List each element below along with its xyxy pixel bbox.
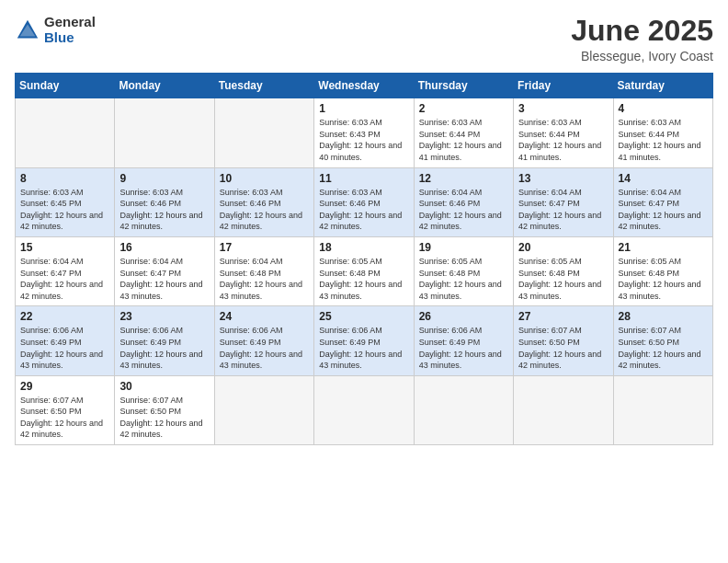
calendar-day-cell: 20 Sunrise: 6:05 AMSunset: 6:48 PMDaylig… bbox=[514, 236, 613, 305]
day-number: 29 bbox=[20, 380, 109, 393]
day-info: Sunrise: 6:07 AMSunset: 6:50 PMDaylight:… bbox=[20, 396, 103, 440]
calendar-day-cell bbox=[214, 375, 313, 444]
day-info: Sunrise: 6:03 AMSunset: 6:44 PMDaylight:… bbox=[518, 118, 601, 162]
day-info: Sunrise: 6:04 AMSunset: 6:47 PMDaylight:… bbox=[518, 188, 601, 232]
day-info: Sunrise: 6:06 AMSunset: 6:49 PMDaylight:… bbox=[319, 326, 402, 370]
day-info: Sunrise: 6:04 AMSunset: 6:47 PMDaylight:… bbox=[20, 257, 103, 301]
day-number: 28 bbox=[619, 310, 708, 323]
day-info: Sunrise: 6:04 AMSunset: 6:47 PMDaylight:… bbox=[619, 188, 701, 232]
logo-icon bbox=[15, 17, 40, 43]
day-info: Sunrise: 6:06 AMSunset: 6:49 PMDaylight:… bbox=[119, 326, 202, 370]
day-number: 30 bbox=[119, 380, 209, 393]
calendar-day-cell: 17 Sunrise: 6:04 AMSunset: 6:48 PMDaylig… bbox=[214, 236, 313, 305]
day-info: Sunrise: 6:04 AMSunset: 6:48 PMDaylight:… bbox=[220, 257, 302, 301]
calendar-day-cell: 2 Sunrise: 6:03 AMSunset: 6:44 PMDayligh… bbox=[414, 98, 513, 167]
day-number: 15 bbox=[20, 241, 109, 254]
title-area: June 2025 Blessegue, Ivory Coast bbox=[571, 15, 713, 63]
empty-cell bbox=[214, 98, 313, 167]
day-number: 18 bbox=[319, 241, 408, 254]
day-number: 23 bbox=[119, 310, 209, 323]
calendar-day-cell: 10 Sunrise: 6:03 AMSunset: 6:46 PMDaylig… bbox=[214, 167, 313, 236]
calendar-day-cell: 28 Sunrise: 6:07 AMSunset: 6:50 PMDaylig… bbox=[613, 306, 712, 375]
location-title: Blessegue, Ivory Coast bbox=[571, 49, 713, 63]
calendar-day-cell: 3 Sunrise: 6:03 AMSunset: 6:44 PMDayligh… bbox=[514, 98, 613, 167]
calendar-day-cell: 16 Sunrise: 6:04 AMSunset: 6:47 PMDaylig… bbox=[115, 236, 214, 305]
day-info: Sunrise: 6:03 AMSunset: 6:45 PMDaylight:… bbox=[20, 188, 103, 232]
day-info: Sunrise: 6:03 AMSunset: 6:46 PMDaylight:… bbox=[119, 188, 202, 232]
calendar-day-cell: 13 Sunrise: 6:04 AMSunset: 6:47 PMDaylig… bbox=[514, 167, 613, 236]
day-number: 17 bbox=[220, 241, 309, 254]
calendar-table: SundayMondayTuesdayWednesdayThursdayFrid… bbox=[15, 73, 713, 445]
calendar-day-cell bbox=[613, 375, 712, 444]
day-number: 16 bbox=[119, 241, 209, 254]
day-info: Sunrise: 6:06 AMSunset: 6:49 PMDaylight:… bbox=[419, 326, 502, 370]
day-number: 11 bbox=[319, 172, 408, 185]
day-number: 12 bbox=[419, 172, 508, 185]
day-number: 22 bbox=[20, 310, 109, 323]
empty-cell bbox=[16, 98, 115, 167]
calendar-day-cell: 21 Sunrise: 6:05 AMSunset: 6:48 PMDaylig… bbox=[613, 236, 712, 305]
day-number: 21 bbox=[619, 241, 708, 254]
day-info: Sunrise: 6:03 AMSunset: 6:46 PMDaylight:… bbox=[319, 188, 402, 232]
weekday-header: Tuesday bbox=[214, 74, 313, 98]
weekday-header-row: SundayMondayTuesdayWednesdayThursdayFrid… bbox=[16, 74, 713, 98]
day-info: Sunrise: 6:07 AMSunset: 6:50 PMDaylight:… bbox=[619, 326, 701, 370]
empty-cell bbox=[115, 98, 214, 167]
calendar-day-cell: 19 Sunrise: 6:05 AMSunset: 6:48 PMDaylig… bbox=[414, 236, 513, 305]
calendar-day-cell: 25 Sunrise: 6:06 AMSunset: 6:49 PMDaylig… bbox=[314, 306, 414, 375]
weekday-header: Wednesday bbox=[314, 74, 414, 98]
calendar-day-cell: 15 Sunrise: 6:04 AMSunset: 6:47 PMDaylig… bbox=[16, 236, 115, 305]
calendar-day-cell: 1 Sunrise: 6:03 AMSunset: 6:43 PMDayligh… bbox=[314, 98, 414, 167]
calendar-day-cell bbox=[514, 375, 613, 444]
weekday-header: Thursday bbox=[414, 74, 513, 98]
day-number: 20 bbox=[518, 241, 608, 254]
logo-general-text: General bbox=[44, 15, 96, 30]
weekday-header: Friday bbox=[514, 74, 613, 98]
day-number: 26 bbox=[419, 310, 508, 323]
day-info: Sunrise: 6:05 AMSunset: 6:48 PMDaylight:… bbox=[518, 257, 601, 301]
day-number: 27 bbox=[518, 310, 608, 323]
day-number: 13 bbox=[518, 172, 608, 185]
calendar-day-cell: 30 Sunrise: 6:07 AMSunset: 6:50 PMDaylig… bbox=[115, 375, 214, 444]
day-info: Sunrise: 6:05 AMSunset: 6:48 PMDaylight:… bbox=[419, 257, 502, 301]
day-info: Sunrise: 6:06 AMSunset: 6:49 PMDaylight:… bbox=[20, 326, 103, 370]
weekday-header: Monday bbox=[115, 74, 214, 98]
weekday-header: Saturday bbox=[613, 74, 712, 98]
day-number: 2 bbox=[419, 102, 508, 115]
day-info: Sunrise: 6:07 AMSunset: 6:50 PMDaylight:… bbox=[119, 396, 202, 440]
day-info: Sunrise: 6:04 AMSunset: 6:47 PMDaylight:… bbox=[119, 257, 202, 301]
calendar-day-cell: 29 Sunrise: 6:07 AMSunset: 6:50 PMDaylig… bbox=[16, 375, 115, 444]
day-number: 1 bbox=[319, 102, 408, 115]
day-number: 24 bbox=[220, 310, 309, 323]
calendar-day-cell: 4 Sunrise: 6:03 AMSunset: 6:44 PMDayligh… bbox=[613, 98, 712, 167]
calendar-day-cell: 26 Sunrise: 6:06 AMSunset: 6:49 PMDaylig… bbox=[414, 306, 513, 375]
day-number: 10 bbox=[220, 172, 309, 185]
calendar-day-cell: 18 Sunrise: 6:05 AMSunset: 6:48 PMDaylig… bbox=[314, 236, 414, 305]
day-info: Sunrise: 6:06 AMSunset: 6:49 PMDaylight:… bbox=[220, 326, 302, 370]
calendar-day-cell: 14 Sunrise: 6:04 AMSunset: 6:47 PMDaylig… bbox=[613, 167, 712, 236]
day-number: 4 bbox=[619, 102, 708, 115]
month-title: June 2025 bbox=[571, 15, 713, 47]
page-header: General Blue June 2025 Blessegue, Ivory … bbox=[15, 15, 713, 63]
day-info: Sunrise: 6:05 AMSunset: 6:48 PMDaylight:… bbox=[619, 257, 701, 301]
calendar-day-cell bbox=[414, 375, 513, 444]
calendar-day-cell bbox=[314, 375, 414, 444]
calendar-day-cell: 8 Sunrise: 6:03 AMSunset: 6:45 PMDayligh… bbox=[16, 167, 115, 236]
day-info: Sunrise: 6:03 AMSunset: 6:44 PMDaylight:… bbox=[619, 118, 701, 162]
day-number: 25 bbox=[319, 310, 408, 323]
calendar-day-cell: 11 Sunrise: 6:03 AMSunset: 6:46 PMDaylig… bbox=[314, 167, 414, 236]
weekday-header: Sunday bbox=[16, 74, 115, 98]
calendar-day-cell: 27 Sunrise: 6:07 AMSunset: 6:50 PMDaylig… bbox=[514, 306, 613, 375]
calendar-day-cell: 22 Sunrise: 6:06 AMSunset: 6:49 PMDaylig… bbox=[16, 306, 115, 375]
day-info: Sunrise: 6:04 AMSunset: 6:46 PMDaylight:… bbox=[419, 188, 502, 232]
day-info: Sunrise: 6:03 AMSunset: 6:44 PMDaylight:… bbox=[419, 118, 502, 162]
day-number: 8 bbox=[20, 172, 109, 185]
day-number: 9 bbox=[119, 172, 209, 185]
calendar-day-cell: 12 Sunrise: 6:04 AMSunset: 6:46 PMDaylig… bbox=[414, 167, 513, 236]
day-info: Sunrise: 6:03 AMSunset: 6:46 PMDaylight:… bbox=[220, 188, 302, 232]
calendar-day-cell: 24 Sunrise: 6:06 AMSunset: 6:49 PMDaylig… bbox=[214, 306, 313, 375]
day-info: Sunrise: 6:03 AMSunset: 6:43 PMDaylight:… bbox=[319, 118, 402, 162]
day-number: 3 bbox=[518, 102, 608, 115]
logo: General Blue bbox=[15, 15, 96, 45]
day-info: Sunrise: 6:07 AMSunset: 6:50 PMDaylight:… bbox=[518, 326, 601, 370]
